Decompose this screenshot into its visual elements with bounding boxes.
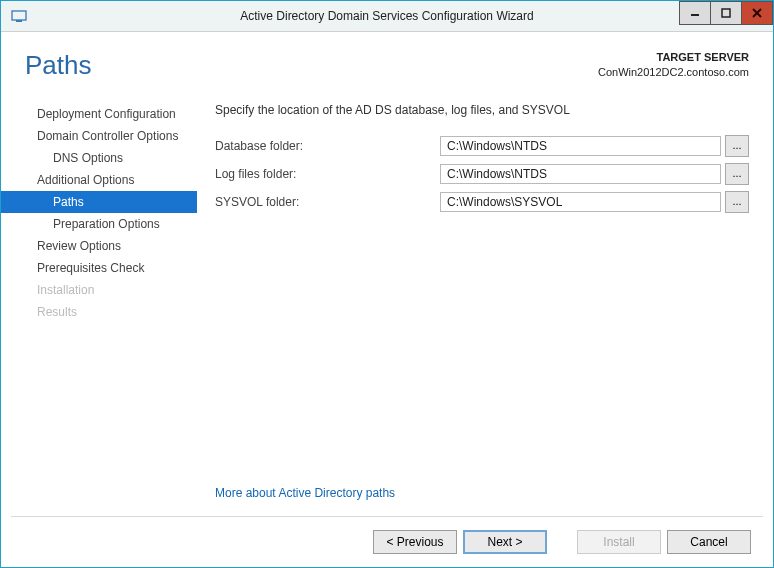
maximize-button[interactable] bbox=[710, 1, 742, 25]
sidebar-item-review-options[interactable]: Review Options bbox=[1, 235, 197, 257]
logfiles-folder-input[interactable] bbox=[440, 164, 721, 184]
close-button[interactable] bbox=[741, 1, 773, 25]
database-browse-button[interactable]: ... bbox=[725, 135, 749, 157]
sidebar-item-domain-controller-options[interactable]: Domain Controller Options bbox=[1, 125, 197, 147]
minimize-button[interactable] bbox=[679, 1, 711, 25]
wizard-window: Active Directory Domain Services Configu… bbox=[0, 0, 774, 568]
sidebar-item-paths[interactable]: Paths bbox=[1, 191, 197, 213]
more-about-paths-link[interactable]: More about Active Directory paths bbox=[215, 486, 395, 500]
svg-rect-1 bbox=[16, 20, 22, 22]
install-button: Install bbox=[577, 530, 661, 554]
logfiles-folder-label: Log files folder: bbox=[215, 167, 440, 181]
logfiles-browse-button[interactable]: ... bbox=[725, 163, 749, 185]
sysvol-browse-button[interactable]: ... bbox=[725, 191, 749, 213]
cancel-button[interactable]: Cancel bbox=[667, 530, 751, 554]
database-folder-input[interactable] bbox=[440, 136, 721, 156]
content-pane: Specify the location of the AD DS databa… bbox=[197, 91, 773, 516]
sysvol-folder-row: SYSVOL folder: ... bbox=[215, 191, 749, 213]
target-server-label: TARGET SERVER bbox=[598, 50, 749, 65]
header: Paths TARGET SERVER ConWin2012DC2.contos… bbox=[1, 32, 773, 91]
svg-rect-3 bbox=[722, 9, 730, 17]
sidebar-item-deployment-configuration[interactable]: Deployment Configuration bbox=[1, 103, 197, 125]
svg-rect-0 bbox=[12, 11, 26, 20]
database-folder-row: Database folder: ... bbox=[215, 135, 749, 157]
app-icon bbox=[7, 4, 31, 28]
titlebar: Active Directory Domain Services Configu… bbox=[1, 1, 773, 32]
previous-button[interactable]: < Previous bbox=[373, 530, 457, 554]
database-folder-label: Database folder: bbox=[215, 139, 440, 153]
target-server-name: ConWin2012DC2.contoso.com bbox=[598, 65, 749, 80]
sidebar-item-additional-options[interactable]: Additional Options bbox=[1, 169, 197, 191]
target-server-info: TARGET SERVER ConWin2012DC2.contoso.com bbox=[598, 50, 749, 80]
next-button[interactable]: Next > bbox=[463, 530, 547, 554]
sysvol-folder-input[interactable] bbox=[440, 192, 721, 212]
sidebar-item-prerequisites-check[interactable]: Prerequisites Check bbox=[1, 257, 197, 279]
window-controls bbox=[680, 1, 773, 23]
sysvol-folder-label: SYSVOL folder: bbox=[215, 195, 440, 209]
body: Deployment ConfigurationDomain Controlle… bbox=[1, 91, 773, 516]
sidebar-item-results: Results bbox=[1, 301, 197, 323]
logfiles-folder-row: Log files folder: ... bbox=[215, 163, 749, 185]
page-title: Paths bbox=[25, 50, 92, 81]
sidebar-item-preparation-options[interactable]: Preparation Options bbox=[1, 213, 197, 235]
instruction-text: Specify the location of the AD DS databa… bbox=[215, 103, 749, 117]
window-title: Active Directory Domain Services Configu… bbox=[1, 9, 773, 23]
sidebar-item-installation: Installation bbox=[1, 279, 197, 301]
footer: < Previous Next > Install Cancel bbox=[1, 517, 773, 567]
sidebar-item-dns-options[interactable]: DNS Options bbox=[1, 147, 197, 169]
sidebar: Deployment ConfigurationDomain Controlle… bbox=[1, 91, 197, 516]
